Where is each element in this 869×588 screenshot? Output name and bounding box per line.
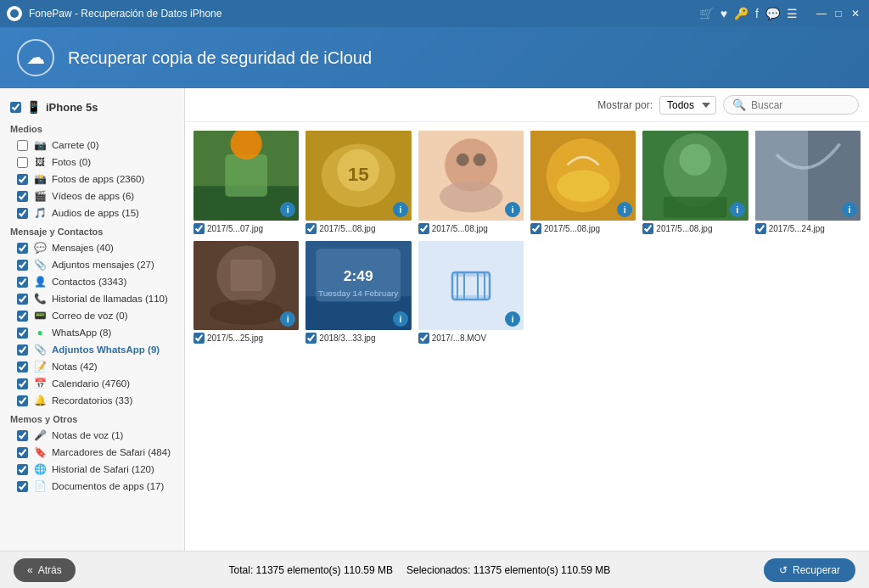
- info-button[interactable]: i: [617, 202, 632, 217]
- sidebar-item-histsafari[interactable]: 🌐 Historial de Safari (120): [0, 461, 184, 478]
- section-memos: Memos y Otros: [0, 409, 184, 427]
- search-input[interactable]: [751, 99, 869, 111]
- svg-point-0: [10, 9, 19, 18]
- photo-checkbox[interactable]: [306, 223, 317, 234]
- list-item[interactable]: i 2017/5...08.jpg: [418, 131, 524, 234]
- photo-thumb: 15 i: [306, 131, 411, 221]
- list-item[interactable]: 2:49 Tuesday 14 February i 2018/3...33.j…: [306, 241, 411, 344]
- sidebar-item-contactos[interactable]: 👤 Contactos (3343): [0, 273, 184, 290]
- whatsapp-checkbox[interactable]: [17, 328, 28, 339]
- list-item[interactable]: i 2017/5...24.jpg: [755, 131, 861, 234]
- photo-checkbox[interactable]: [306, 333, 317, 344]
- sidebar-item-histllamadas[interactable]: 📞 Historial de llamadas (110): [0, 290, 184, 307]
- photo-checkbox[interactable]: [530, 223, 541, 234]
- heart-icon[interactable]: ♥: [720, 7, 727, 20]
- appphoto-icon: 📸: [33, 172, 47, 186]
- sidebar-item-documentos[interactable]: 📄 Documentos de apps (17): [0, 478, 184, 495]
- sidebar-item-fotosapps[interactable]: 📸 Fotos de apps (2360): [0, 171, 184, 188]
- svg-rect-20: [664, 197, 727, 218]
- photo-checkbox[interactable]: [755, 223, 766, 234]
- titlebar-icons: 🛒 ♥ 🔑 f 💬 ☰: [699, 7, 798, 20]
- sidebar-item-recordatorios[interactable]: 🔔 Recordatorios (33): [0, 392, 184, 409]
- photo-label: 2017/5...08.jpg: [530, 223, 636, 234]
- sort-label: Mostrar por:: [597, 99, 653, 111]
- sidebar-item-fotos[interactable]: 🖼 Fotos (0): [0, 154, 184, 171]
- photo-label: 2017/5...25.jpg: [193, 333, 299, 344]
- sidebar-item-marcadores[interactable]: 🔖 Marcadores de Safari (484): [0, 444, 184, 461]
- fotosapps-checkbox[interactable]: [17, 174, 28, 185]
- sidebar-item-carrete[interactable]: 📷 Carrete (0): [0, 137, 184, 154]
- sidebar-item-correovoz[interactable]: 📟 Correo de voz (0): [0, 307, 184, 324]
- list-item[interactable]: 15 i 2017/5...08.jpg: [306, 131, 411, 234]
- videosapps-label: Vídeos de apps (6): [52, 191, 134, 201]
- attach-icon: 📎: [33, 258, 47, 272]
- photo-checkbox[interactable]: [193, 333, 205, 344]
- photo-checkbox[interactable]: [193, 223, 205, 234]
- info-button[interactable]: i: [280, 202, 295, 217]
- sidebar-item-audiosapps[interactable]: 🎵 Audios de apps (15): [0, 204, 184, 221]
- carrete-checkbox[interactable]: [17, 140, 28, 151]
- svg-rect-27: [231, 259, 262, 290]
- mensajes-checkbox[interactable]: [17, 243, 28, 254]
- marcadores-checkbox[interactable]: [17, 447, 28, 458]
- back-button[interactable]: « Atrás: [14, 558, 76, 582]
- list-item[interactable]: i 2017/5...08.jpg: [530, 131, 636, 234]
- facebook-icon[interactable]: f: [755, 7, 759, 20]
- adjuntos-checkbox[interactable]: [17, 260, 28, 271]
- device-item[interactable]: 📱 iPhone 5s: [0, 95, 184, 119]
- svg-text:Tuesday 14 February: Tuesday 14 February: [318, 288, 398, 298]
- sidebar-item-notasvoz[interactable]: 🎤 Notas de voz (1): [0, 427, 184, 444]
- whatsapp-icon: ●: [33, 326, 47, 339]
- photo-checkbox[interactable]: [642, 223, 653, 234]
- sidebar-item-adjuntos-whatsapp[interactable]: 📎 Adjuntos WhatsApp (9): [0, 341, 184, 358]
- histsafari-checkbox[interactable]: [17, 464, 28, 475]
- info-button[interactable]: i: [505, 202, 520, 217]
- cart-icon[interactable]: 🛒: [699, 7, 714, 20]
- svg-point-13: [473, 154, 485, 166]
- svg-point-12: [456, 154, 468, 166]
- documentos-checkbox[interactable]: [17, 481, 28, 492]
- sidebar-item-mensajes[interactable]: 💬 Mensajes (40): [0, 239, 184, 256]
- info-button[interactable]: i: [730, 202, 745, 217]
- histllamadas-checkbox[interactable]: [17, 294, 28, 305]
- sidebar-item-calendario[interactable]: 📅 Calendario (4760): [0, 375, 184, 392]
- fotos-label: Fotos (0): [52, 157, 91, 167]
- sidebar-item-whatsapp[interactable]: ● WhatsApp (8): [0, 324, 184, 341]
- list-item[interactable]: i 2017/5...07.jpg: [193, 131, 299, 234]
- audiosapps-checkbox[interactable]: [17, 208, 28, 219]
- sidebar-item-adjuntos[interactable]: 📎 Adjuntos mensajes (27): [0, 256, 184, 273]
- notas-label: Notas (42): [52, 361, 98, 372]
- adjuntoswhatsapp-checkbox[interactable]: [17, 344, 28, 356]
- list-item[interactable]: i 2017/...8.MOV: [418, 241, 524, 344]
- sidebar-item-videosapps[interactable]: 🎬 Vídeos de apps (6): [0, 188, 184, 204]
- notas-checkbox[interactable]: [17, 361, 28, 372]
- fotosapps-label: Fotos de apps (2360): [52, 174, 144, 184]
- info-button[interactable]: i: [393, 202, 408, 217]
- section-medios: Medios: [0, 119, 184, 137]
- search-box[interactable]: 🔍: [723, 95, 859, 115]
- info-button[interactable]: i: [842, 202, 857, 217]
- photo-thumb: i: [418, 241, 524, 331]
- list-item[interactable]: i 2017/5...08.jpg: [642, 131, 748, 234]
- recordatorios-checkbox[interactable]: [17, 395, 28, 406]
- correovoz-checkbox[interactable]: [17, 311, 28, 322]
- sort-select[interactable]: Todos Fotos Videos: [659, 96, 716, 115]
- list-item[interactable]: i 2017/5...25.jpg: [193, 241, 299, 344]
- fotos-checkbox[interactable]: [17, 157, 28, 168]
- settings-icon[interactable]: ☰: [787, 7, 798, 20]
- device-checkbox[interactable]: [10, 102, 21, 113]
- contactos-checkbox[interactable]: [17, 277, 28, 288]
- recover-button[interactable]: ↺ Recuperar: [764, 558, 855, 582]
- calendario-checkbox[interactable]: [17, 378, 28, 389]
- sidebar-item-notas[interactable]: 📝 Notas (42): [0, 358, 184, 375]
- videosapps-checkbox[interactable]: [17, 191, 28, 202]
- minimize-button[interactable]: —: [815, 7, 828, 20]
- photo-checkbox[interactable]: [418, 333, 429, 344]
- maximize-button[interactable]: □: [832, 7, 845, 20]
- photo-checkbox[interactable]: [418, 223, 429, 234]
- close-button[interactable]: ✕: [849, 7, 862, 20]
- chat-icon[interactable]: 💬: [765, 7, 780, 20]
- key-icon[interactable]: 🔑: [734, 7, 748, 20]
- notasvoz-checkbox[interactable]: [17, 430, 28, 441]
- info-button[interactable]: i: [393, 311, 408, 327]
